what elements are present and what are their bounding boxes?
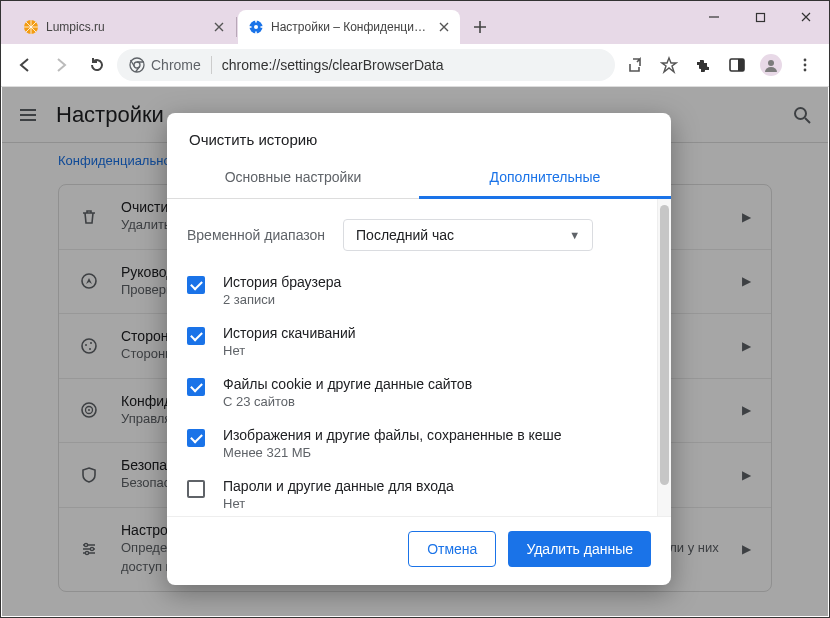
checkbox[interactable] (187, 480, 205, 498)
forward-button[interactable] (45, 49, 77, 81)
svg-rect-4 (255, 32, 257, 35)
browser-tab-settings[interactable]: Настройки – Конфиденциально (238, 10, 460, 44)
address-bar[interactable]: Chrome chrome://settings/clearBrowserDat… (117, 49, 615, 81)
tab-title: Настройки – Конфиденциально (271, 20, 429, 34)
window-minimize-button[interactable] (691, 1, 737, 33)
confirm-button[interactable]: Удалить данные (508, 531, 651, 567)
dialog-tabs: Основные настройки Дополнительные (167, 156, 671, 199)
caret-down-icon: ▼ (569, 229, 580, 241)
chrome-icon (129, 57, 145, 73)
window-titlebar: Lumpics.ru Настройки – Конфиденциально (1, 1, 829, 44)
check-row-browsing-history[interactable]: История браузера2 записи (187, 265, 637, 316)
row-sub: 2 записи (223, 292, 637, 307)
toolbar-actions (619, 49, 821, 81)
svg-point-2 (254, 25, 258, 29)
dialog-scrollbar[interactable] (657, 199, 671, 516)
chrome-chip: Chrome (129, 57, 201, 73)
row-title: Пароли и другие данные для входа (223, 478, 637, 494)
dialog-footer: Отмена Удалить данные (167, 516, 671, 585)
check-row-passwords[interactable]: Пароли и другие данные для входаНет (187, 469, 637, 516)
close-icon[interactable] (436, 19, 452, 35)
settings-page: Настройки Конфиденциальность и безопасно… (2, 87, 828, 616)
avatar (760, 54, 782, 76)
window-controls (691, 1, 829, 33)
extensions-button[interactable] (687, 49, 719, 81)
checkbox[interactable] (187, 276, 205, 294)
window-maximize-button[interactable] (737, 1, 783, 33)
checkbox[interactable] (187, 327, 205, 345)
check-row-download-history[interactable]: История скачиванийНет (187, 316, 637, 367)
checkbox[interactable] (187, 378, 205, 396)
tab-divider (236, 17, 237, 37)
dialog-title: Очистить историю (167, 113, 671, 156)
svg-point-13 (804, 59, 807, 62)
svg-point-15 (804, 69, 807, 72)
tab-title: Lumpics.ru (46, 20, 204, 34)
svg-point-14 (804, 64, 807, 67)
tab-advanced[interactable]: Дополнительные (419, 156, 671, 198)
browser-toolbar: Chrome chrome://settings/clearBrowserDat… (1, 44, 829, 87)
scrollbar-thumb[interactable] (660, 205, 669, 485)
svg-point-12 (768, 60, 774, 66)
svg-rect-11 (738, 59, 744, 71)
cancel-button[interactable]: Отмена (408, 531, 496, 567)
row-title: История скачиваний (223, 325, 637, 341)
browser-tabstrip: Lumpics.ru Настройки – Конфиденциально (13, 10, 494, 44)
dialog-body-wrap: Временной диапазон Последний час ▼ Истор… (167, 199, 671, 516)
row-title: Файлы cookie и другие данные сайтов (223, 376, 637, 392)
dialog-body: Временной диапазон Последний час ▼ Истор… (167, 199, 657, 516)
checkbox[interactable] (187, 429, 205, 447)
svg-rect-5 (249, 26, 252, 28)
close-icon[interactable] (211, 19, 227, 35)
gear-icon (248, 19, 264, 35)
clear-history-dialog: Очистить историю Основные настройки Допо… (167, 113, 671, 585)
bookmark-button[interactable] (653, 49, 685, 81)
row-sub: Нет (223, 496, 637, 511)
reload-button[interactable] (81, 49, 113, 81)
row-title: История браузера (223, 274, 637, 290)
back-button[interactable] (9, 49, 41, 81)
menu-button[interactable] (789, 49, 821, 81)
window-close-button[interactable] (783, 1, 829, 33)
check-row-cookies[interactable]: Файлы cookie и другие данные сайтовС 23 … (187, 367, 637, 418)
chip-divider (211, 56, 212, 74)
svg-rect-3 (255, 20, 257, 23)
browser-tab-lumpics[interactable]: Lumpics.ru (13, 10, 235, 44)
chrome-chip-label: Chrome (151, 57, 201, 73)
row-sub: Нет (223, 343, 637, 358)
share-button[interactable] (619, 49, 651, 81)
orange-slice-icon (23, 19, 39, 35)
svg-rect-6 (261, 26, 264, 28)
row-title: Изображения и другие файлы, сохраненные … (223, 427, 637, 443)
new-tab-button[interactable] (466, 13, 494, 41)
svg-rect-7 (756, 13, 764, 21)
time-range-row: Временной диапазон Последний час ▼ (187, 207, 637, 265)
check-row-cache[interactable]: Изображения и другие файлы, сохраненные … (187, 418, 637, 469)
time-range-label: Временной диапазон (187, 227, 325, 243)
row-sub: С 23 сайтов (223, 394, 637, 409)
tab-basic[interactable]: Основные настройки (167, 156, 419, 198)
url-text: chrome://settings/clearBrowserData (222, 57, 444, 73)
row-sub: Менее 321 МБ (223, 445, 637, 460)
time-range-value: Последний час (356, 227, 454, 243)
time-range-select[interactable]: Последний час ▼ (343, 219, 593, 251)
sidepanel-button[interactable] (721, 49, 753, 81)
profile-button[interactable] (755, 49, 787, 81)
